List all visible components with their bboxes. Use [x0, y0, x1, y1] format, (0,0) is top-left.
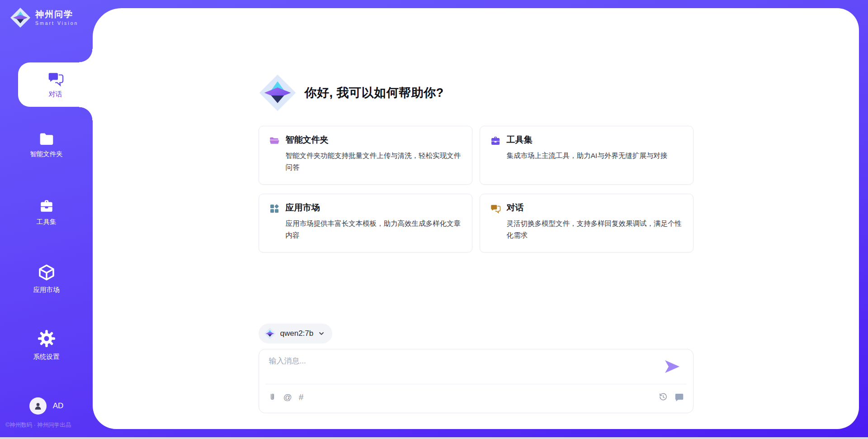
card-desc: 应用市场提供丰富长文本模板，助力高效生成多样化文章内容 — [286, 218, 462, 242]
card-title: 工具集 — [507, 134, 668, 146]
card-desc: 灵活切换多模型文件，支持多样回复效果调试，满足个性化需求 — [507, 218, 683, 242]
mention-button[interactable]: @ — [283, 393, 292, 401]
card-title: 对话 — [507, 202, 683, 214]
send-icon — [664, 359, 680, 374]
composer-divider — [265, 384, 687, 384]
card-toolset[interactable]: 工具集 集成市场上主流工具，助力AI与外界无缝扩展与对接 — [480, 126, 693, 185]
sidebar-item-settings[interactable]: 系统设置 — [0, 329, 93, 365]
topic-button[interactable]: # — [299, 393, 304, 401]
window-bottom-edge — [0, 437, 868, 439]
model-name: qwen2:7b — [280, 329, 314, 338]
sidebar-item-smart-folder[interactable]: 智能文件夹 — [0, 132, 93, 168]
card-title: 智能文件夹 — [286, 134, 462, 146]
sidebar-item-toolset[interactable]: 工具集 — [0, 198, 93, 234]
folder-icon — [39, 132, 54, 146]
greeting-title: 你好, 我可以如何帮助你? — [305, 85, 444, 101]
sidebar-item-label: 应用市场 — [33, 286, 60, 294]
cube-icon — [38, 263, 56, 282]
card-app-market[interactable]: 应用市场 应用市场提供丰富长文本模板，助力高效生成多样化文章内容 — [259, 194, 472, 253]
sidebar-item-app-market[interactable]: 应用市场 — [0, 263, 93, 300]
message-composer: @ # — [259, 349, 693, 413]
briefcase-icon — [38, 198, 55, 214]
gear-icon — [37, 329, 57, 348]
open-folder-icon — [269, 135, 280, 146]
history-button[interactable] — [659, 392, 668, 401]
user-account[interactable]: AD — [0, 397, 93, 415]
app-grid-icon — [269, 203, 280, 214]
feature-cards: 智能文件夹 智能文件夹功能支持批量文件上传与清洗，轻松实现文件问答 工具集 集成… — [259, 126, 693, 253]
chevron-down-icon — [318, 330, 325, 337]
card-smart-folder[interactable]: 智能文件夹 智能文件夹功能支持批量文件上传与清洗，轻松实现文件问答 — [259, 126, 472, 185]
sidebar-item-label: 工具集 — [37, 218, 57, 226]
chat-square-icon — [675, 392, 684, 402]
sidebar: 神州问学 Smart Vision 对话 智能文件夹 工具集 应用市场 — [0, 0, 93, 439]
history-icon — [659, 392, 668, 401]
chat-bubbles-icon — [490, 203, 501, 214]
app-logo: 神州问学 Smart Vision — [10, 7, 78, 28]
attach-button[interactable] — [268, 392, 277, 402]
user-name: AD — [53, 401, 64, 410]
avatar — [29, 397, 47, 415]
model-selector[interactable]: qwen2:7b — [259, 324, 333, 344]
user-icon — [33, 401, 43, 411]
tab-curve-top — [79, 49, 93, 62]
chat-bubbles-icon — [47, 71, 64, 86]
feedback-button[interactable] — [675, 392, 684, 402]
brand-diamond-icon — [259, 74, 297, 112]
brand-diamond-icon — [10, 7, 31, 28]
card-title: 应用市场 — [286, 202, 462, 214]
card-desc: 集成市场上主流工具，助力AI与外界无缝扩展与对接 — [507, 150, 668, 162]
brand-diamond-icon — [264, 328, 276, 339]
sidebar-item-chat[interactable]: 对话 — [18, 62, 93, 107]
main-panel: 你好, 我可以如何帮助你? 智能文件夹 智能文件夹功能支持批量文件上传与清洗，轻… — [93, 8, 859, 429]
greeting-block: 你好, 我可以如何帮助你? — [259, 74, 693, 112]
card-chat[interactable]: 对话 灵活切换多模型文件，支持多样回复效果调试，满足个性化需求 — [480, 194, 693, 253]
send-button[interactable] — [664, 359, 680, 374]
copyright-footer: ©神州数码 · 神州问学出品 — [5, 421, 94, 429]
sidebar-item-label: 智能文件夹 — [30, 150, 63, 158]
app-name: 神州问学 — [35, 10, 78, 20]
tab-curve-bottom — [79, 107, 93, 120]
sidebar-item-label: 系统设置 — [33, 353, 60, 361]
message-input[interactable] — [269, 356, 640, 379]
paperclip-icon — [268, 392, 277, 402]
sidebar-item-label: 对话 — [49, 90, 62, 99]
briefcase-icon — [490, 135, 501, 146]
card-desc: 智能文件夹功能支持批量文件上传与清洗，轻松实现文件问答 — [286, 150, 462, 174]
app-subtitle: Smart Vision — [35, 20, 78, 26]
